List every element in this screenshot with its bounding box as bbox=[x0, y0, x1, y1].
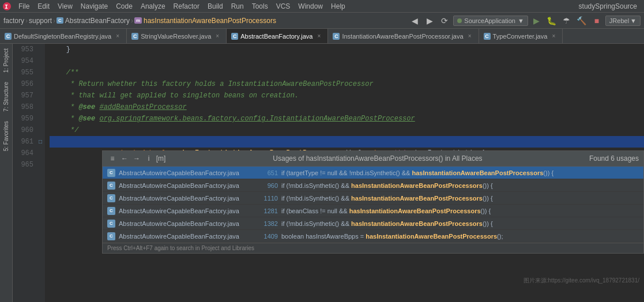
code-line-960: */ bbox=[50, 124, 644, 136]
popup-row-file-5: AbstractAutowireCapableBeanFactory.java bbox=[119, 233, 251, 240]
forward-button[interactable]: ▶ bbox=[423, 14, 436, 27]
popup-row-4[interactable]: C AbstractAutowireCapableBeanFactory.jav… bbox=[103, 217, 643, 230]
popup-row-code-1: if (!mbd.isSynthetic() && hasInstantiati… bbox=[281, 182, 639, 189]
left-sidebar: 1: Project 7: Structure 5: Favorites bbox=[0, 44, 13, 302]
tab-close-2[interactable]: × bbox=[315, 32, 323, 40]
menu-refactor[interactable]: Refactor bbox=[170, 1, 203, 12]
tab-abstractbeanfactory[interactable]: C AbstractBeanFactory.java × bbox=[227, 29, 328, 44]
refresh-button[interactable]: ⟳ bbox=[438, 14, 451, 27]
menu-window[interactable]: Window bbox=[295, 1, 326, 12]
popup-row-file-1: AbstractAutowireCapableBeanFactory.java bbox=[119, 182, 251, 189]
sidebar-tab-project[interactable]: 1: Project bbox=[2, 44, 10, 77]
app-logo: I bbox=[2, 2, 12, 11]
line-numbers: 953 954 955 956 957 958 959 960 961 964 … bbox=[13, 44, 36, 302]
file-icon-class5: C bbox=[484, 33, 491, 40]
back-button[interactable]: ◀ bbox=[408, 14, 421, 27]
popup-row-line-3: 1281 bbox=[255, 207, 278, 214]
popup-row-code-2: if (!mbd.isSynthetic() && hasInstantiati… bbox=[281, 195, 639, 202]
menu-analyze[interactable]: Analyze bbox=[137, 1, 169, 12]
popup-rows: C AbstractAutowireCapableBeanFactory.jav… bbox=[103, 167, 643, 243]
run-config-dot bbox=[457, 18, 462, 23]
menu-view[interactable]: View bbox=[54, 1, 76, 12]
popup-row-3[interactable]: C AbstractAutowireCapableBeanFactory.jav… bbox=[103, 205, 643, 217]
popup-row-0[interactable]: C AbstractAutowireCapableBeanFactory.jav… bbox=[103, 167, 643, 179]
usages-popup: ≡ ← → i [m] Usages of hasInstantiationAw… bbox=[102, 150, 644, 254]
breadcrumb-item-method[interactable]: m hasInstantiationAwareBeanPostProcessor… bbox=[134, 17, 276, 25]
menu-file[interactable]: File bbox=[15, 1, 33, 12]
file-icon-class: C bbox=[5, 33, 12, 40]
menu-tools[interactable]: Tools bbox=[248, 1, 272, 12]
tab-typeconverter[interactable]: C TypeConverter.java × bbox=[479, 29, 563, 44]
sidebar-tab-favorites[interactable]: 5: Favorites bbox=[2, 116, 10, 156]
popup-row-icon-5: C bbox=[107, 232, 115, 240]
breadcrumb-item-class[interactable]: C AbstractBeanFactory bbox=[57, 17, 130, 25]
build-button[interactable]: 🔨 bbox=[575, 14, 588, 27]
menu-vcs[interactable]: VCS bbox=[273, 1, 294, 12]
breadcrumb-item-factory[interactable]: factory bbox=[3, 17, 24, 25]
popup-row-file-0: AbstractAutowireCapableBeanFactory.java bbox=[119, 169, 251, 176]
popup-row-code-5: boolean hasInstAwareBpps = hasInstantiat… bbox=[281, 233, 639, 240]
popup-row-icon-1: C bbox=[107, 182, 115, 190]
popup-row-line-5: 1409 bbox=[255, 233, 278, 240]
toolbar-right: ◀ ▶ ⟳ SourceApplication ▼ ▶ 🐛 ☂ 🔨 ■ JReb… bbox=[408, 14, 641, 27]
tab-close-4[interactable]: × bbox=[549, 32, 558, 40]
code-line-959: * @see org.springframework.beans.factory… bbox=[50, 113, 644, 124]
code-line-953: } bbox=[50, 44, 644, 55]
popup-row-2[interactable]: C AbstractAutowireCapableBeanFactory.jav… bbox=[103, 192, 643, 205]
popup-row-icon-2: C bbox=[107, 194, 115, 202]
menu-help[interactable]: Help bbox=[327, 1, 349, 12]
breadcrumb-item-support[interactable]: support bbox=[29, 17, 52, 25]
menu-navigate[interactable]: Navigate bbox=[77, 1, 111, 12]
tab-stringvalue[interactable]: C StringValueResolver.java × bbox=[127, 29, 227, 44]
popup-row-line-0: 651 bbox=[255, 169, 278, 176]
popup-icon-method-filter[interactable]: [m] bbox=[156, 153, 166, 164]
tab-instantiation[interactable]: C InstantiationAwareBeanPostProcessor.ja… bbox=[328, 29, 479, 44]
tab-close-3[interactable]: × bbox=[466, 32, 474, 40]
code-line-958: * @see #addBeanPostProcessor bbox=[50, 101, 644, 113]
breadcrumb: factory › support › C AbstractBeanFactor… bbox=[3, 17, 276, 25]
file-icon-class2: C bbox=[131, 33, 138, 40]
tab-defaultsingleton[interactable]: C DefaultSingletonBeanRegistry.java × bbox=[0, 29, 127, 44]
popup-row-1[interactable]: C AbstractAutowireCapableBeanFactory.jav… bbox=[103, 179, 643, 192]
tab-close-0[interactable]: × bbox=[114, 32, 122, 40]
popup-row-icon-3: C bbox=[107, 207, 115, 215]
popup-icon-back[interactable]: ← bbox=[119, 153, 130, 164]
menu-run[interactable]: Run bbox=[228, 1, 247, 12]
code-line-956: * Return whether this factory holds a In… bbox=[50, 78, 644, 90]
code-line-961: protected boolean hasInstantiationAwareB… bbox=[50, 136, 644, 148]
gutter: □ bbox=[36, 44, 45, 302]
popup-title: Usages of hasInstantiationAwareBeanPostP… bbox=[170, 154, 586, 163]
menubar: I File Edit View Navigate Code Analyze R… bbox=[0, 0, 644, 13]
popup-row-line-4: 1382 bbox=[255, 220, 278, 227]
popup-row-icon-4: C bbox=[107, 220, 115, 228]
app-title: studySpringSource bbox=[579, 2, 642, 10]
popup-icon-list[interactable]: ≡ bbox=[107, 153, 118, 164]
code-line-957: * that will get applied to singleton bea… bbox=[50, 90, 644, 101]
run-config-selector[interactable]: SourceApplication ▼ bbox=[453, 16, 528, 26]
coverage-button[interactable]: ☂ bbox=[560, 14, 573, 27]
stop-button[interactable]: ■ bbox=[590, 14, 603, 27]
menu-build[interactable]: Build bbox=[204, 1, 227, 12]
debug-button[interactable]: 🐛 bbox=[545, 14, 558, 27]
tab-close-1[interactable]: × bbox=[213, 32, 221, 40]
toolbar: factory › support › C AbstractBeanFactor… bbox=[0, 13, 644, 29]
menu-code[interactable]: Code bbox=[112, 1, 136, 12]
menu-edit[interactable]: Edit bbox=[34, 1, 53, 12]
file-icon-class3: C bbox=[231, 33, 238, 40]
popup-row-5[interactable]: C AbstractAutowireCapableBeanFactory.jav… bbox=[103, 230, 643, 243]
popup-row-line-2: 1110 bbox=[255, 195, 278, 202]
popup-icon-forward[interactable]: → bbox=[131, 153, 142, 164]
editor: 953 954 955 956 957 958 959 960 961 964 … bbox=[13, 44, 644, 302]
code-line-955: /** bbox=[50, 67, 644, 78]
file-tabs: C DefaultSingletonBeanRegistry.java × C … bbox=[0, 29, 644, 44]
run-button[interactable]: ▶ bbox=[530, 14, 543, 27]
svg-text:I: I bbox=[5, 4, 8, 10]
file-icon-class4: C bbox=[333, 33, 340, 40]
popup-icon-info[interactable]: i bbox=[144, 153, 154, 164]
editor-container: 1: Project 7: Structure 5: Favorites 953… bbox=[0, 44, 644, 302]
sidebar-tab-structure[interactable]: 7: Structure bbox=[2, 77, 10, 116]
popup-row-file-3: AbstractAutowireCapableBeanFactory.java bbox=[119, 207, 251, 214]
jrebel-button[interactable]: JRebel ▼ bbox=[605, 16, 641, 26]
popup-row-file-4: AbstractAutowireCapableBeanFactory.java bbox=[119, 220, 251, 227]
popup-row-code-3: if (beanClass != null && hasInstantiatio… bbox=[281, 207, 639, 214]
